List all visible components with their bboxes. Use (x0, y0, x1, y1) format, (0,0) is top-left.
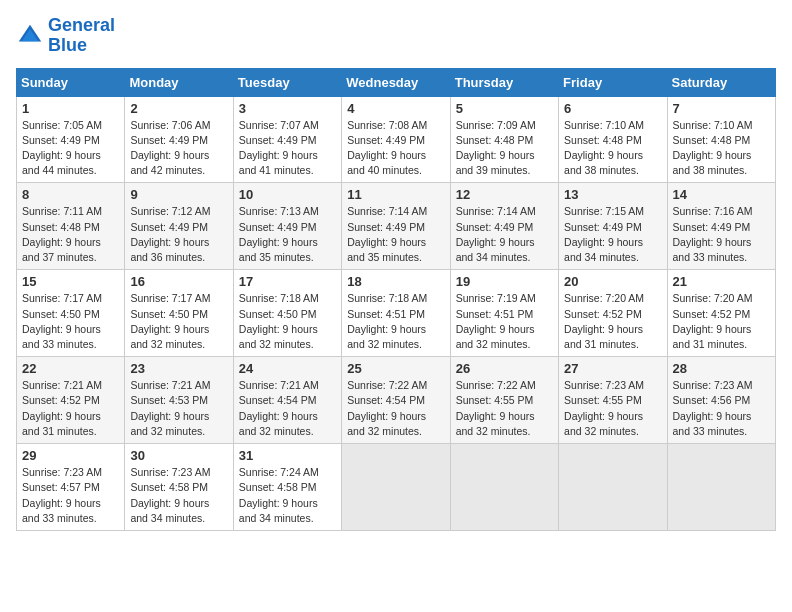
col-header-thursday: Thursday (450, 68, 558, 96)
calendar-cell: 13 Sunrise: 7:15 AMSunset: 4:49 PMDaylig… (559, 183, 667, 270)
calendar-cell: 27 Sunrise: 7:23 AMSunset: 4:55 PMDaylig… (559, 357, 667, 444)
calendar-cell: 10 Sunrise: 7:13 AMSunset: 4:49 PMDaylig… (233, 183, 341, 270)
day-info: Sunrise: 7:08 AMSunset: 4:49 PMDaylight:… (347, 118, 444, 179)
day-number: 3 (239, 101, 336, 116)
week-row-5: 29 Sunrise: 7:23 AMSunset: 4:57 PMDaylig… (17, 444, 776, 531)
day-info: Sunrise: 7:12 AMSunset: 4:49 PMDaylight:… (130, 204, 227, 265)
day-info: Sunrise: 7:23 AMSunset: 4:58 PMDaylight:… (130, 465, 227, 526)
day-number: 17 (239, 274, 336, 289)
logo-icon (16, 22, 44, 50)
calendar-cell (342, 444, 450, 531)
calendar-cell: 9 Sunrise: 7:12 AMSunset: 4:49 PMDayligh… (125, 183, 233, 270)
day-info: Sunrise: 7:18 AMSunset: 4:51 PMDaylight:… (347, 291, 444, 352)
day-info: Sunrise: 7:24 AMSunset: 4:58 PMDaylight:… (239, 465, 336, 526)
page-header: General Blue (16, 16, 776, 56)
day-number: 30 (130, 448, 227, 463)
day-info: Sunrise: 7:22 AMSunset: 4:54 PMDaylight:… (347, 378, 444, 439)
day-number: 4 (347, 101, 444, 116)
day-info: Sunrise: 7:23 AMSunset: 4:57 PMDaylight:… (22, 465, 119, 526)
calendar-cell (450, 444, 558, 531)
day-number: 2 (130, 101, 227, 116)
week-row-1: 1 Sunrise: 7:05 AMSunset: 4:49 PMDayligh… (17, 96, 776, 183)
calendar-cell: 30 Sunrise: 7:23 AMSunset: 4:58 PMDaylig… (125, 444, 233, 531)
calendar-cell: 14 Sunrise: 7:16 AMSunset: 4:49 PMDaylig… (667, 183, 775, 270)
day-info: Sunrise: 7:14 AMSunset: 4:49 PMDaylight:… (456, 204, 553, 265)
calendar-cell (559, 444, 667, 531)
day-info: Sunrise: 7:10 AMSunset: 4:48 PMDaylight:… (673, 118, 770, 179)
day-info: Sunrise: 7:23 AMSunset: 4:55 PMDaylight:… (564, 378, 661, 439)
day-number: 22 (22, 361, 119, 376)
day-number: 14 (673, 187, 770, 202)
col-header-friday: Friday (559, 68, 667, 96)
calendar-cell: 15 Sunrise: 7:17 AMSunset: 4:50 PMDaylig… (17, 270, 125, 357)
day-number: 15 (22, 274, 119, 289)
day-number: 13 (564, 187, 661, 202)
logo: General Blue (16, 16, 115, 56)
calendar-cell: 3 Sunrise: 7:07 AMSunset: 4:49 PMDayligh… (233, 96, 341, 183)
day-number: 6 (564, 101, 661, 116)
day-number: 7 (673, 101, 770, 116)
day-number: 21 (673, 274, 770, 289)
col-header-tuesday: Tuesday (233, 68, 341, 96)
calendar-cell: 6 Sunrise: 7:10 AMSunset: 4:48 PMDayligh… (559, 96, 667, 183)
calendar-cell: 11 Sunrise: 7:14 AMSunset: 4:49 PMDaylig… (342, 183, 450, 270)
day-number: 10 (239, 187, 336, 202)
day-info: Sunrise: 7:20 AMSunset: 4:52 PMDaylight:… (673, 291, 770, 352)
calendar-cell: 25 Sunrise: 7:22 AMSunset: 4:54 PMDaylig… (342, 357, 450, 444)
day-number: 26 (456, 361, 553, 376)
calendar-cell: 19 Sunrise: 7:19 AMSunset: 4:51 PMDaylig… (450, 270, 558, 357)
day-info: Sunrise: 7:16 AMSunset: 4:49 PMDaylight:… (673, 204, 770, 265)
day-number: 28 (673, 361, 770, 376)
day-info: Sunrise: 7:18 AMSunset: 4:50 PMDaylight:… (239, 291, 336, 352)
day-info: Sunrise: 7:23 AMSunset: 4:56 PMDaylight:… (673, 378, 770, 439)
calendar-cell: 4 Sunrise: 7:08 AMSunset: 4:49 PMDayligh… (342, 96, 450, 183)
day-number: 24 (239, 361, 336, 376)
calendar-cell: 1 Sunrise: 7:05 AMSunset: 4:49 PMDayligh… (17, 96, 125, 183)
day-number: 11 (347, 187, 444, 202)
day-number: 16 (130, 274, 227, 289)
day-number: 25 (347, 361, 444, 376)
calendar-cell: 16 Sunrise: 7:17 AMSunset: 4:50 PMDaylig… (125, 270, 233, 357)
calendar-cell: 21 Sunrise: 7:20 AMSunset: 4:52 PMDaylig… (667, 270, 775, 357)
day-number: 29 (22, 448, 119, 463)
calendar-cell: 23 Sunrise: 7:21 AMSunset: 4:53 PMDaylig… (125, 357, 233, 444)
calendar-table: SundayMondayTuesdayWednesdayThursdayFrid… (16, 68, 776, 531)
calendar-cell (667, 444, 775, 531)
day-info: Sunrise: 7:07 AMSunset: 4:49 PMDaylight:… (239, 118, 336, 179)
week-row-4: 22 Sunrise: 7:21 AMSunset: 4:52 PMDaylig… (17, 357, 776, 444)
calendar-cell: 28 Sunrise: 7:23 AMSunset: 4:56 PMDaylig… (667, 357, 775, 444)
calendar-cell: 7 Sunrise: 7:10 AMSunset: 4:48 PMDayligh… (667, 96, 775, 183)
calendar-cell: 20 Sunrise: 7:20 AMSunset: 4:52 PMDaylig… (559, 270, 667, 357)
week-row-2: 8 Sunrise: 7:11 AMSunset: 4:48 PMDayligh… (17, 183, 776, 270)
col-header-sunday: Sunday (17, 68, 125, 96)
day-info: Sunrise: 7:06 AMSunset: 4:49 PMDaylight:… (130, 118, 227, 179)
logo-text: General Blue (48, 16, 115, 56)
day-number: 18 (347, 274, 444, 289)
day-number: 12 (456, 187, 553, 202)
day-info: Sunrise: 7:20 AMSunset: 4:52 PMDaylight:… (564, 291, 661, 352)
day-info: Sunrise: 7:13 AMSunset: 4:49 PMDaylight:… (239, 204, 336, 265)
col-header-monday: Monday (125, 68, 233, 96)
day-info: Sunrise: 7:14 AMSunset: 4:49 PMDaylight:… (347, 204, 444, 265)
day-number: 5 (456, 101, 553, 116)
day-info: Sunrise: 7:21 AMSunset: 4:54 PMDaylight:… (239, 378, 336, 439)
calendar-cell: 31 Sunrise: 7:24 AMSunset: 4:58 PMDaylig… (233, 444, 341, 531)
day-info: Sunrise: 7:19 AMSunset: 4:51 PMDaylight:… (456, 291, 553, 352)
calendar-cell: 8 Sunrise: 7:11 AMSunset: 4:48 PMDayligh… (17, 183, 125, 270)
calendar-cell: 24 Sunrise: 7:21 AMSunset: 4:54 PMDaylig… (233, 357, 341, 444)
day-number: 27 (564, 361, 661, 376)
day-info: Sunrise: 7:21 AMSunset: 4:52 PMDaylight:… (22, 378, 119, 439)
calendar-cell: 22 Sunrise: 7:21 AMSunset: 4:52 PMDaylig… (17, 357, 125, 444)
day-number: 1 (22, 101, 119, 116)
day-number: 8 (22, 187, 119, 202)
day-info: Sunrise: 7:15 AMSunset: 4:49 PMDaylight:… (564, 204, 661, 265)
calendar-cell: 12 Sunrise: 7:14 AMSunset: 4:49 PMDaylig… (450, 183, 558, 270)
day-number: 19 (456, 274, 553, 289)
calendar-cell: 2 Sunrise: 7:06 AMSunset: 4:49 PMDayligh… (125, 96, 233, 183)
day-info: Sunrise: 7:22 AMSunset: 4:55 PMDaylight:… (456, 378, 553, 439)
calendar-cell: 26 Sunrise: 7:22 AMSunset: 4:55 PMDaylig… (450, 357, 558, 444)
col-header-wednesday: Wednesday (342, 68, 450, 96)
calendar-header-row: SundayMondayTuesdayWednesdayThursdayFrid… (17, 68, 776, 96)
calendar-cell: 5 Sunrise: 7:09 AMSunset: 4:48 PMDayligh… (450, 96, 558, 183)
day-info: Sunrise: 7:11 AMSunset: 4:48 PMDaylight:… (22, 204, 119, 265)
